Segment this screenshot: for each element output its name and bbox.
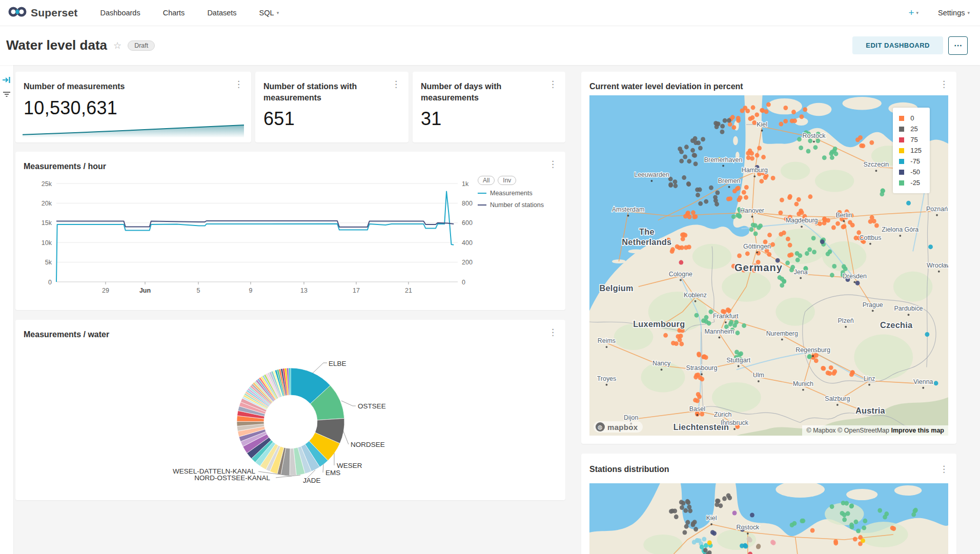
svg-text:Pardubice: Pardubice xyxy=(894,305,923,312)
svg-text:Troyes: Troyes xyxy=(597,375,617,382)
svg-text:15k: 15k xyxy=(42,219,52,227)
improve-map-link[interactable]: Improve this map xyxy=(891,427,945,434)
map-legend-item[interactable]: 0 xyxy=(899,113,922,124)
svg-text:Jena: Jena xyxy=(794,269,808,276)
legend-swatch xyxy=(899,148,904,153)
edit-dashboard-button[interactable]: EDIT DASHBOARD xyxy=(852,36,943,54)
nav-item-label: SQL xyxy=(259,9,274,17)
svg-text:Czechia: Czechia xyxy=(880,320,913,330)
svg-text:Reims: Reims xyxy=(598,337,616,344)
settings-menu[interactable]: Settings ▾ xyxy=(938,9,970,17)
map-attribution: © Mapbox © OpenStreetMap Improve this ma… xyxy=(802,425,948,436)
kebab-menu-icon[interactable]: ⋮ xyxy=(232,79,245,90)
kebab-menu-icon[interactable]: ⋮ xyxy=(546,159,559,170)
svg-text:Mannheim: Mannheim xyxy=(704,327,734,335)
favorite-star-icon[interactable]: ☆ xyxy=(113,40,121,51)
legend-swatch xyxy=(899,137,904,142)
legend-label: -25 xyxy=(910,179,920,187)
svg-text:5: 5 xyxy=(197,287,200,294)
dashboard-header: Water level data ☆ Draft EDIT DASHBOARD … xyxy=(0,26,980,65)
svg-text:EMS: EMS xyxy=(325,469,340,477)
svg-text:Zürich: Zürich xyxy=(714,411,732,418)
more-options-button[interactable]: ⋯ xyxy=(948,36,968,55)
svg-text:20k: 20k xyxy=(42,200,52,207)
kebab-menu-icon[interactable]: ⋮ xyxy=(937,79,950,90)
svg-text:Leeuwarden: Leeuwarden xyxy=(634,171,669,178)
svg-text:800: 800 xyxy=(462,200,473,207)
svg-text:Salzburg: Salzburg xyxy=(825,395,850,402)
kebab-menu-icon[interactable]: ⋮ xyxy=(937,464,950,475)
kpi-card-days: Number of days with measurements ⋮ 31 xyxy=(413,72,565,142)
svg-text:Strasbourg: Strasbourg xyxy=(686,364,718,372)
mapbox-wordmark: mapbox xyxy=(607,423,638,432)
kebab-menu-icon[interactable]: ⋮ xyxy=(390,79,402,90)
kpi-sparkline xyxy=(23,123,244,137)
nav-item-datasets[interactable]: Datasets xyxy=(207,9,236,17)
legend-label: -75 xyxy=(910,157,920,165)
svg-text:Hanover: Hanover xyxy=(740,207,764,214)
legend-all-button[interactable]: All xyxy=(478,176,495,185)
svg-text:Hamburg: Hamburg xyxy=(742,167,768,174)
stations-distribution-panel: Stations distribution ⋮ KielRostock xyxy=(581,454,956,554)
chevron-down-icon: ▾ xyxy=(277,11,279,15)
chevron-down-icon: ▾ xyxy=(967,11,970,15)
mapbox-icon: ◍ xyxy=(596,422,605,432)
svg-text:Bremerhaven: Bremerhaven xyxy=(704,156,743,163)
legend-swatch xyxy=(899,180,904,186)
svg-text:0: 0 xyxy=(48,279,52,286)
stations-map[interactable]: KielRostock xyxy=(589,483,948,554)
svg-text:Cottbus: Cottbus xyxy=(860,234,882,241)
donut-chart[interactable]: ELBEOSTSEENORDSEEWESEREMSJADENORD-OSTSEE… xyxy=(15,320,565,500)
svg-text:Rostock: Rostock xyxy=(736,523,759,531)
mapbox-logo[interactable]: ◍ mapbox xyxy=(594,421,643,433)
svg-text:17: 17 xyxy=(353,287,360,294)
svg-text:Nancy: Nancy xyxy=(652,360,671,367)
svg-text:Belgium: Belgium xyxy=(600,283,634,293)
expand-filter-bar-icon[interactable] xyxy=(0,75,13,85)
svg-text:Innsbruck: Innsbruck xyxy=(721,419,749,426)
map-legend-item[interactable]: -25 xyxy=(899,177,922,188)
add-new-button[interactable]: + ▾ xyxy=(908,7,918,18)
legend-label: -50 xyxy=(910,168,920,176)
kebab-menu-icon[interactable]: ⋮ xyxy=(546,79,559,90)
svg-text:9: 9 xyxy=(249,287,253,294)
measurements-per-hour-panel: Measurements / hour ⋮ 25k1k20k80015k6001… xyxy=(15,152,565,310)
svg-text:1k: 1k xyxy=(462,180,469,188)
legend-label: 25 xyxy=(910,125,917,133)
map-legend-item[interactable]: -50 xyxy=(899,167,922,177)
kpi-value: 651 xyxy=(255,103,409,130)
svg-text:21: 21 xyxy=(405,287,412,294)
legend-label: 125 xyxy=(910,147,922,154)
map-legend-item[interactable]: -75 xyxy=(899,156,922,167)
superset-logo[interactable]: Superset xyxy=(8,6,77,20)
map-legend-item[interactable]: 25 xyxy=(899,124,922,134)
legend-swatch xyxy=(899,127,904,132)
nav-item-charts[interactable]: Charts xyxy=(163,9,185,17)
deviation-map-panel: Current water level deviation in percent… xyxy=(581,72,956,444)
chart-title: Current water level deviation in percent xyxy=(581,72,956,92)
legend-item[interactable]: Number of stations xyxy=(478,201,565,209)
svg-text:WESER: WESER xyxy=(337,462,362,469)
legend-item[interactable]: Measurements xyxy=(478,190,565,197)
map-legend-item[interactable]: 75 xyxy=(899,134,922,145)
svg-text:WESEL-DATTELN-KANAL: WESEL-DATTELN-KANAL xyxy=(173,467,256,475)
nav-item-dashboards[interactable]: Dashboards xyxy=(100,9,140,17)
map-legend-item[interactable]: 125 xyxy=(899,145,922,156)
svg-text:Amsterdam: Amsterdam xyxy=(612,206,645,213)
svg-text:Ulm: Ulm xyxy=(753,372,764,379)
deviation-map[interactable]: TheNetherlandsBelgiumGermanyAustriaCzech… xyxy=(589,95,948,436)
nav-menu: DashboardsChartsDatasetsSQL▾ xyxy=(100,9,279,17)
svg-text:Jun: Jun xyxy=(139,287,151,294)
nav-item-sql[interactable]: SQL▾ xyxy=(259,9,279,17)
svg-text:Szczecin: Szczecin xyxy=(864,161,889,168)
legend-inv-button[interactable]: Inv xyxy=(498,176,516,185)
svg-text:Munich: Munich xyxy=(793,380,813,387)
chart-title: Stations distribution xyxy=(581,454,956,475)
svg-text:25k: 25k xyxy=(42,180,52,188)
svg-text:Luxembourg: Luxembourg xyxy=(633,319,685,329)
svg-text:200: 200 xyxy=(462,259,473,266)
kpi-card-measurements: Number of measurements ⋮ 10,530,631 xyxy=(15,72,251,142)
legend-swatch xyxy=(899,159,904,164)
kpi-title: Number of measurements xyxy=(15,72,251,92)
svg-text:Berlin: Berlin xyxy=(835,212,852,219)
